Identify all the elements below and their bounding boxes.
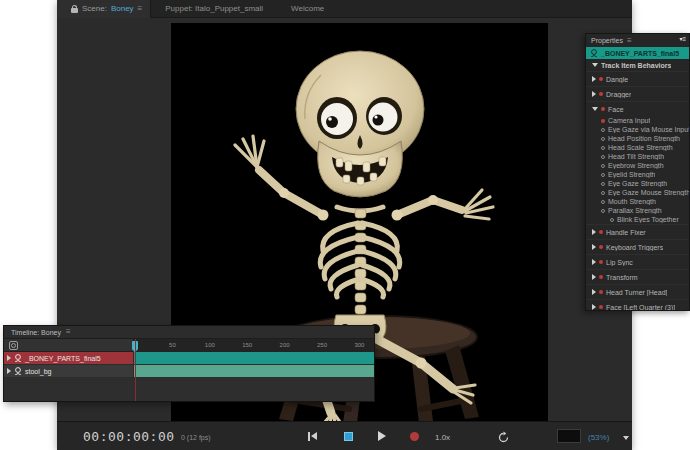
track-name: _BONEY_PARTS_final5: [25, 355, 101, 362]
tab-welcome[interactable]: Welcome: [277, 0, 338, 18]
properties-title: Properties: [591, 37, 623, 44]
snapshot-icon[interactable]: [9, 341, 18, 350]
ruler-label: 200: [280, 342, 290, 348]
param-circle-icon: [601, 137, 605, 141]
disclosure-triangle-icon[interactable]: [592, 63, 598, 67]
properties-behavior-list: Track Item BehaviorsDangleDraggerFaceCam…: [586, 59, 689, 311]
timeline-empty-area[interactable]: [4, 378, 374, 402]
property-row[interactable]: Eye Gaze via Mouse Input: [586, 125, 689, 134]
param-circle-icon: [601, 155, 605, 159]
timeline-title: Timeline: Boney: [11, 329, 61, 336]
property-label: Head Scale Strength: [608, 144, 673, 151]
transport-bar: 00:00:00:00 0 (12 fps) 1.0x (53%): [57, 421, 632, 450]
property-row[interactable]: Head Scale Strength: [586, 143, 689, 152]
property-label: Dangle: [606, 76, 628, 83]
active-dot-icon: [599, 290, 603, 294]
param-circle-icon: [610, 218, 614, 222]
property-row[interactable]: Eye Gaze Strength: [586, 179, 689, 188]
param-circle-icon: [601, 182, 605, 186]
property-row[interactable]: Head Turner [Head]: [586, 284, 689, 299]
lock-icon: [71, 5, 78, 13]
property-row[interactable]: Dangle: [586, 71, 689, 86]
property-row[interactable]: Eyebrow Strength: [586, 161, 689, 170]
property-row[interactable]: Head Position Strength: [586, 134, 689, 143]
puppet-icon: [14, 354, 22, 362]
property-label: Keyboard Triggers: [606, 244, 663, 251]
property-row[interactable]: Mouth Strength: [586, 197, 689, 206]
scene-menu-icon[interactable]: ≡: [138, 5, 143, 13]
property-label: Track Item Behaviors: [601, 62, 671, 69]
property-label: Head Position Strength: [608, 135, 680, 142]
property-label: Blink Eyes Together: [617, 216, 679, 223]
property-row[interactable]: Track Item Behaviors: [586, 59, 689, 71]
property-label: Dragger: [606, 91, 631, 98]
selected-puppet-name: _BONEY_PARTS_final5: [601, 50, 679, 57]
play-button[interactable]: [375, 430, 389, 442]
puppet-icon: [590, 49, 598, 57]
timeline-toolbar: 50100150200250300: [4, 339, 374, 352]
disclosure-triangle-icon[interactable]: [592, 229, 596, 235]
timeline-menu-icon[interactable]: ≡: [66, 328, 71, 336]
disclosure-triangle-icon[interactable]: [592, 107, 598, 111]
panel-flyout-icon[interactable]: ▾≡: [679, 35, 686, 42]
property-row[interactable]: Face: [586, 101, 689, 116]
record-button[interactable]: [407, 430, 421, 442]
timeline-track-row[interactable]: stool_bg: [4, 365, 374, 377]
property-row[interactable]: Keyboard Triggers: [586, 239, 689, 254]
property-row[interactable]: Dragger: [586, 86, 689, 101]
property-row[interactable]: Eyelid Strength: [586, 170, 689, 179]
property-label: Eye Gaze Strength: [608, 180, 667, 187]
disclosure-triangle-icon[interactable]: [592, 304, 596, 310]
zoom-dropdown-caret-icon[interactable]: [623, 436, 629, 440]
timeline-header: Timeline: Boney ≡: [4, 326, 374, 339]
track-name: stool_bg: [25, 368, 51, 375]
property-row[interactable]: Head Tilt Strength: [586, 152, 689, 161]
param-circle-icon: [601, 209, 605, 213]
active-dot-icon: [599, 92, 603, 96]
timeline-ruler[interactable]: 50100150200250300: [133, 339, 375, 352]
ruler-label: 150: [242, 342, 252, 348]
zoom-level[interactable]: (53%): [588, 433, 609, 442]
active-dot-icon: [599, 77, 603, 81]
stop-button[interactable]: [341, 430, 355, 442]
screenshot-root: Scene: Boney ≡ Puppet: Italo_Puppet_smal…: [0, 0, 690, 450]
property-row[interactable]: Blink Eyes Together: [586, 215, 689, 224]
track-header[interactable]: _BONEY_PARTS_final5: [4, 352, 133, 364]
selected-puppet-row[interactable]: _BONEY_PARTS_final5: [586, 47, 689, 59]
go-to-start-button[interactable]: [305, 430, 319, 442]
background-color-swatch[interactable]: [557, 429, 581, 443]
active-dot-icon: [601, 107, 605, 111]
disclosure-triangle-icon[interactable]: [592, 289, 596, 295]
playhead-line[interactable]: [135, 339, 136, 402]
tab-scene[interactable]: Scene: Boney ≡: [57, 0, 151, 18]
property-row[interactable]: Face [Left Quarter (3)]: [586, 299, 689, 311]
active-dot-icon: [599, 305, 603, 309]
property-row[interactable]: Eye Gaze Mouse Strength: [586, 188, 689, 197]
property-row[interactable]: Camera Input: [586, 116, 689, 125]
track-disclosure-icon[interactable]: [7, 368, 11, 374]
timeline-track-row[interactable]: _BONEY_PARTS_final5: [4, 352, 374, 364]
tab-puppet[interactable]: Puppet: Italo_Puppet_small: [151, 0, 277, 18]
disclosure-triangle-icon[interactable]: [592, 259, 596, 265]
scene-name: Boney: [111, 4, 134, 13]
property-row[interactable]: Handle Fixer: [586, 224, 689, 239]
property-row[interactable]: Parallax Strength: [586, 206, 689, 215]
track-clip-bar[interactable]: [134, 365, 375, 377]
playback-speed[interactable]: 1.0x: [435, 433, 450, 442]
track-clip-bar[interactable]: [134, 352, 375, 364]
disclosure-triangle-icon[interactable]: [592, 244, 596, 250]
param-circle-icon: [601, 173, 605, 177]
disclosure-triangle-icon[interactable]: [592, 274, 596, 280]
disclosure-triangle-icon[interactable]: [592, 91, 596, 97]
refresh-icon[interactable]: [497, 430, 510, 443]
property-row[interactable]: Transform: [586, 269, 689, 284]
ruler-label: 250: [317, 342, 327, 348]
param-circle-icon: [601, 146, 605, 150]
disclosure-triangle-icon[interactable]: [592, 76, 596, 82]
track-disclosure-icon[interactable]: [7, 355, 11, 361]
properties-menu-icon[interactable]: ≡: [627, 37, 632, 45]
param-circle-icon: [601, 191, 605, 195]
track-header[interactable]: stool_bg: [4, 365, 133, 377]
property-row[interactable]: Lip Sync: [586, 254, 689, 269]
property-label: Head Tilt Strength: [608, 153, 664, 160]
